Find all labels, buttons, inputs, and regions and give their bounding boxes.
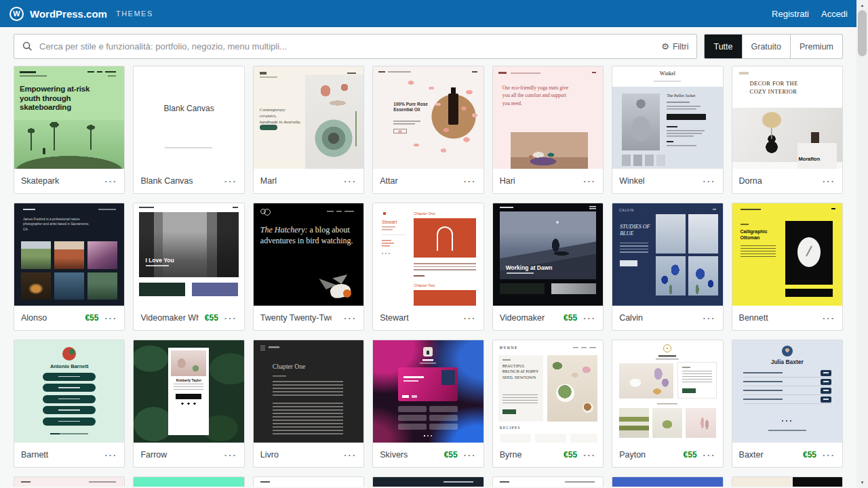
- scrollbar-thumb[interactable]: [858, 10, 867, 56]
- theme-card-hari[interactable]: Our eco-friendly yoga mats give you all …: [492, 66, 604, 194]
- theme-card-barnett[interactable]: Antonio Barnett Barnett ···: [14, 340, 125, 468]
- theme-options-button[interactable]: ···: [583, 314, 596, 323]
- theme-name: Payton: [619, 450, 677, 460]
- theme-card-payton[interactable]: Payton €55 ···: [612, 340, 723, 468]
- theme-card-skatepark[interactable]: Empowering at-risk youth through skatebo…: [14, 66, 125, 194]
- preview-button: [260, 125, 277, 130]
- theme-options-button[interactable]: ···: [703, 177, 716, 186]
- preview-video-still: I Love You: [139, 212, 238, 277]
- theme-card-footer: Byrne €55 ···: [493, 443, 603, 467]
- theme-options-button[interactable]: ···: [464, 451, 477, 460]
- photo-tile: [87, 272, 117, 300]
- theme-card-partial[interactable]: [732, 476, 843, 487]
- headline-line1: DECOR FOR THE: [750, 80, 798, 87]
- theme-options-button[interactable]: ···: [224, 451, 237, 460]
- theme-card-videomaker-white[interactable]: I Love You Videomaker White €55 ···: [133, 203, 244, 331]
- theme-name: Farrow: [140, 450, 212, 460]
- theme-name: Marl: [260, 176, 332, 186]
- theme-card-partial[interactable]: [253, 476, 364, 487]
- theme-card-skivers[interactable]: Skivers €55 ···: [372, 340, 484, 468]
- theme-options-button[interactable]: ···: [344, 314, 357, 323]
- wordpress-logo-icon[interactable]: W: [9, 7, 24, 21]
- theme-card-attar[interactable]: 100% Pure Rose Essential Oil Attar ···: [372, 66, 484, 194]
- theme-options-button[interactable]: ···: [823, 314, 835, 323]
- theme-card-partial[interactable]: [372, 476, 484, 487]
- theme-card-byrne[interactable]: BYRNE BEAUTIFUL BRUNCH AT POPPY SEED, NE…: [492, 340, 604, 468]
- brand-title[interactable]: WordPress.com: [30, 8, 107, 20]
- theme-thumbnail: [373, 477, 483, 487]
- theme-options-button[interactable]: ···: [464, 177, 477, 186]
- theme-card-footer: Skivers €55 ···: [373, 443, 483, 467]
- top-bar: W WordPress.com THEMES Registrati Accedi: [0, 0, 868, 27]
- theme-card-baxter[interactable]: Julia Baxter Baxter €55 ···: [732, 340, 843, 468]
- preview-brand: CALVIN: [619, 209, 634, 212]
- theme-name: Videomaker White: [140, 313, 198, 323]
- theme-thumbnail: Stewart Chapter One Chapter Two: [373, 203, 483, 306]
- preview-headline: Calligraphic Ottoman: [741, 229, 768, 241]
- theme-options-button[interactable]: ···: [464, 314, 477, 323]
- headline-line2: COZY INTERIOR: [750, 88, 797, 95]
- theme-options-button[interactable]: ···: [703, 451, 716, 460]
- filter-tabs: Tutte Gratuito Premium: [704, 34, 843, 59]
- theme-options-button[interactable]: ···: [104, 177, 117, 186]
- link-rows: [743, 369, 831, 404]
- theme-card-bennett[interactable]: Calligraphic Ottoman Bennett ···: [732, 203, 843, 331]
- theme-card-marl[interactable]: Contemporary ceramics, handmade in Austr…: [253, 66, 364, 194]
- theme-thumbnail: [254, 477, 363, 487]
- theme-card-partial[interactable]: [133, 476, 244, 487]
- tab-gratuito[interactable]: Gratuito: [742, 35, 790, 58]
- theme-card-stewart[interactable]: Stewart Chapter One Chapter Two Stewart …: [372, 203, 484, 331]
- theme-options-button[interactable]: ···: [703, 314, 716, 323]
- theme-card-footer: Skatepark ···: [14, 169, 124, 193]
- theme-options-button[interactable]: ···: [104, 451, 117, 460]
- preview-section-label: RECIPES: [500, 426, 521, 430]
- skeleton-text: [743, 380, 816, 383]
- theme-card-winkel[interactable]: Winkel The Puffer Jacket Winkel ···: [612, 66, 723, 194]
- preview-video-title: I Love You: [145, 257, 174, 264]
- filters-button[interactable]: ⚙ Filtri: [661, 42, 688, 52]
- theme-card-footer: Hari ···: [493, 169, 603, 193]
- art-tile: [688, 256, 718, 296]
- preview-headline: Our eco-friendly yoga mats give you all …: [502, 84, 572, 107]
- theme-card-livro[interactable]: Chapter One Livro ···: [253, 340, 364, 468]
- search-input[interactable]: [39, 41, 654, 52]
- theme-card-farrow[interactable]: Kimberly Taylor Farrow ···: [133, 340, 244, 468]
- theme-options-button[interactable]: ···: [104, 314, 117, 323]
- theme-options-button[interactable]: ···: [224, 177, 237, 186]
- theme-options-button[interactable]: ···: [823, 177, 835, 186]
- theme-name: Livro: [260, 450, 332, 460]
- theme-options-button[interactable]: ···: [583, 451, 596, 460]
- theme-card-videomaker[interactable]: Working at Dawn Videomaker €55 ···: [492, 203, 604, 331]
- theme-card-alonso[interactable]: James Fredrick is a professional nature …: [14, 203, 125, 331]
- theme-card-dorna[interactable]: DECOR FOR THE COZY INTERIOR Moraflon Dor…: [732, 66, 843, 194]
- row-button: [821, 379, 831, 385]
- preview-photo-row: [619, 408, 715, 438]
- theme-card-footer: Attar ···: [373, 169, 483, 193]
- theme-thumbnail: Winkel The Puffer Jacket: [612, 66, 722, 169]
- theme-card-blank-canvas[interactable]: Blank Canvas Blank Canvas ···: [133, 66, 244, 194]
- theme-options-button[interactable]: ···: [344, 177, 357, 186]
- theme-card-calvin[interactable]: CALVIN STUDIES OF BLUE Calvin ···: [612, 203, 723, 331]
- theme-card-twenty-twenty-two[interactable]: The Hatchery: a blog about adventures in…: [253, 203, 364, 331]
- theme-card-partial[interactable]: [492, 476, 604, 487]
- theme-thumbnail: Contemporary ceramics, handmade in Austr…: [254, 66, 363, 169]
- tab-tutte[interactable]: Tutte: [705, 35, 741, 58]
- theme-card-partial[interactable]: [612, 476, 723, 487]
- theme-options-button[interactable]: ···: [224, 314, 237, 323]
- preview-headline: STUDIES OF BLUE: [620, 224, 650, 238]
- preview-photo: [619, 363, 673, 399]
- scroll-down-arrow[interactable]: ▼: [856, 479, 868, 486]
- theme-options-button[interactable]: ···: [344, 451, 357, 460]
- theme-options-button[interactable]: ···: [823, 451, 835, 460]
- login-link[interactable]: Accedi: [821, 9, 848, 19]
- brand-section: THEMES: [116, 9, 153, 18]
- register-link[interactable]: Registrati: [772, 9, 809, 19]
- headline-emphasis: The Hatchery:: [260, 225, 308, 235]
- tab-premium[interactable]: Premium: [790, 35, 842, 58]
- scrollbar[interactable]: ▲ ▼: [856, 0, 868, 488]
- theme-price: €55: [444, 450, 458, 460]
- scroll-up-arrow[interactable]: ▲: [856, 2, 868, 9]
- theme-card-partial[interactable]: [14, 476, 125, 487]
- link-pill: [43, 418, 96, 426]
- theme-options-button[interactable]: ···: [583, 177, 596, 186]
